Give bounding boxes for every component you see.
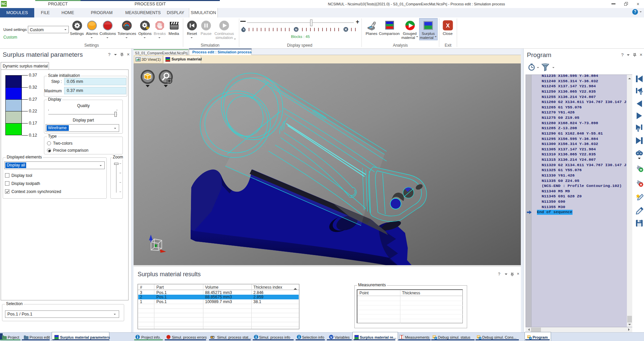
svg-text:N: N [295,28,297,31]
svg-text:V: V [330,336,332,339]
svg-text:X: X [446,22,450,29]
